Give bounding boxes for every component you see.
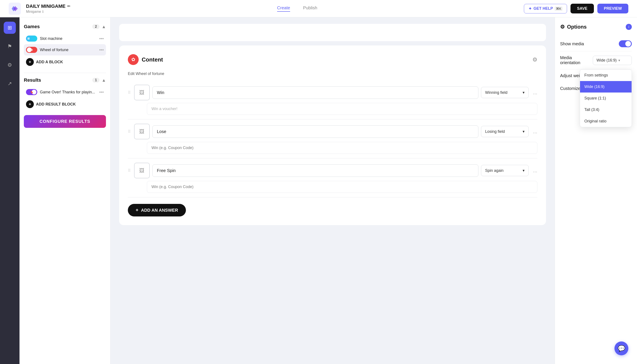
slot-machine-more-button[interactable]: •••	[99, 36, 104, 41]
coupon-input-win[interactable]	[147, 103, 537, 115]
image-icon-lose: 🖼	[139, 128, 144, 134]
add-block-button[interactable]: + ADD A BLOCK	[24, 56, 106, 68]
sidebar-item-share[interactable]: ↗	[4, 78, 16, 90]
topbar-title-group: DAILY MINIGAME ✏ Minigame ℹ	[26, 4, 70, 14]
coupon-input-free-spin[interactable]	[147, 181, 537, 193]
content-title: Content	[142, 56, 163, 63]
games-section-header: Games 2 ▲	[24, 24, 106, 30]
selected-orientation-label: Wide (16:9)	[596, 58, 617, 62]
media-orientation-row: Media orientation Wide (16:9) ▾	[560, 51, 632, 69]
field-select-lose[interactable]: Losing field ▾	[481, 126, 529, 137]
orientation-option-original-ratio[interactable]: Original ratio	[580, 116, 632, 127]
image-icon-win: 🖼	[139, 90, 144, 96]
field-select-chevron-free-spin: ▾	[522, 168, 524, 173]
results-count-badge: 1	[92, 78, 100, 82]
answer-dots-free-spin[interactable]: ...	[533, 168, 537, 174]
answer-dots-win[interactable]: ...	[533, 90, 537, 96]
drag-handle-lose[interactable]: ⠿	[128, 129, 131, 134]
configure-results-button[interactable]: CONFIGURE RESULTS	[24, 115, 106, 128]
options-title: ⚙ Options	[560, 24, 587, 30]
image-button-free-spin[interactable]: 🖼	[134, 163, 150, 178]
topbar: DAILY MINIGAME ✏ Minigame ℹ Create Publi…	[0, 0, 637, 17]
orientation-dropdown-arrow: ▾	[618, 58, 620, 62]
help-star-icon: ✦	[528, 6, 532, 11]
share-icon: ↗	[8, 80, 12, 87]
orientation-option-from-settings[interactable]: From settings	[580, 70, 632, 81]
field-select-chevron-win: ▾	[522, 90, 524, 95]
content-wheel-icon: ✿	[131, 57, 135, 62]
sidebar-item-blocks[interactable]: ⊞	[4, 22, 16, 34]
wheel-more-button[interactable]: •••	[99, 48, 104, 52]
result-item-label: Game Over! Thanks for playin...	[40, 90, 97, 94]
wheel-icon: ✿	[30, 48, 33, 52]
coupon-input-lose[interactable]	[147, 142, 537, 154]
subtitle-label: Minigame	[26, 10, 41, 14]
result-toggle[interactable]: 🔖	[26, 89, 37, 95]
add-result-block-button[interactable]: + ADD RESULT BLOCK	[24, 98, 106, 111]
wheel-toggle[interactable]: ✿	[26, 47, 37, 53]
topbar-left: DAILY MINIGAME ✏ Minigame ℹ	[9, 2, 70, 15]
result-item-game-over[interactable]: 🔖 Game Over! Thanks for playin... •••	[24, 86, 106, 98]
main-layout: ⊞ ⚑ ⚙ ↗ Games 2 ▲ ▦ Slot machine •••	[0, 17, 637, 364]
games-count-badge: 2	[92, 24, 100, 29]
field-select-free-spin[interactable]: Spin again ▾	[481, 165, 529, 176]
topbar-right: ✦ GET HELP ⌘K SAVE PREVIEW	[524, 4, 628, 14]
nav-publish[interactable]: Publish	[303, 6, 318, 12]
left-panel: Games 2 ▲ ▦ Slot machine ••• ✿ Wheel of …	[20, 17, 110, 364]
show-media-toggle[interactable]	[619, 40, 632, 47]
image-button-win[interactable]: 🖼	[134, 85, 150, 100]
add-result-label: ADD RESULT BLOCK	[36, 102, 76, 106]
results-collapse-button[interactable]: ▲	[102, 78, 106, 83]
preview-button[interactable]: PREVIEW	[597, 4, 628, 14]
orientation-option-tall-3-4[interactable]: Tall (3:4)	[580, 104, 632, 116]
drag-handle-free-spin[interactable]: ⠿	[128, 168, 131, 173]
answer-dots-lose[interactable]: ...	[533, 128, 537, 134]
orientation-option-square-1-1[interactable]: Square (1:1)	[580, 92, 632, 104]
content-gear-button[interactable]: ⚙	[532, 56, 537, 63]
chat-bubble-button[interactable]: 💬	[614, 342, 628, 355]
answer-row-bottom-win	[147, 103, 537, 115]
orientation-option-wide-16-9[interactable]: Wide (16:9)	[580, 81, 632, 92]
save-button[interactable]: SAVE	[570, 4, 594, 14]
losing-field-label: Losing field	[485, 129, 521, 134]
help-button[interactable]: ✦ GET HELP ⌘K	[524, 4, 567, 14]
field-select-win[interactable]: Winning field ▾	[481, 87, 529, 98]
media-orientation-dropdown[interactable]: Wide (16:9) ▾	[593, 56, 632, 65]
wheel-of-fortune-label: Wheel of fortune	[40, 48, 97, 52]
edit-title-icon[interactable]: ✏	[67, 4, 70, 9]
add-answer-plus-icon: +	[136, 207, 138, 213]
answer-text-lose[interactable]	[152, 126, 478, 138]
field-select-chevron-lose: ▾	[522, 129, 524, 134]
drag-handle-win[interactable]: ⠿	[128, 90, 131, 95]
add-answer-button[interactable]: + ADD AN ANSWER	[128, 204, 186, 216]
content-card-header: ✿ Content ⚙	[128, 54, 537, 65]
logo-icon	[9, 2, 21, 15]
flag-icon: ⚑	[7, 43, 12, 50]
nav-create[interactable]: Create	[277, 6, 290, 12]
block-item-wheel-of-fortune[interactable]: ✿ Wheel of fortune •••	[24, 44, 106, 56]
info-icon: ℹ	[42, 10, 44, 14]
spin-again-field-label: Spin again	[485, 168, 521, 173]
answer-row-free-spin: ⠿ 🖼 Spin again ▾ ...	[128, 158, 537, 198]
section-divider	[24, 73, 106, 73]
results-label: Results	[24, 77, 41, 83]
options-panel: ⚙ Options i Show media Media orientation…	[555, 17, 637, 364]
answer-text-win[interactable]	[152, 86, 478, 99]
options-header: ⚙ Options i	[560, 24, 632, 30]
add-answer-label: ADD AN ANSWER	[141, 208, 178, 213]
result-more-button[interactable]: •••	[99, 90, 104, 95]
image-button-lose[interactable]: 🖼	[134, 124, 150, 139]
games-collapse-button[interactable]: ▲	[102, 24, 106, 29]
sidebar-item-settings[interactable]: ⚙	[4, 59, 16, 71]
options-title-label: Options	[567, 24, 587, 30]
answer-row-win: ⠿ 🖼 Winning field ▾ ...	[128, 80, 537, 120]
add-result-circle-icon: +	[26, 100, 34, 108]
content-icon-circle: ✿	[128, 54, 139, 65]
sidebar-item-flag[interactable]: ⚑	[4, 40, 16, 52]
help-label: GET HELP	[534, 6, 553, 11]
edit-wheel-label: Edit Wheel of fortune	[128, 72, 537, 76]
options-info-icon[interactable]: i	[626, 24, 632, 30]
block-item-slot-machine[interactable]: ▦ Slot machine •••	[24, 33, 106, 44]
slot-machine-toggle[interactable]: ▦	[26, 36, 37, 42]
answer-text-free-spin[interactable]	[152, 164, 478, 177]
